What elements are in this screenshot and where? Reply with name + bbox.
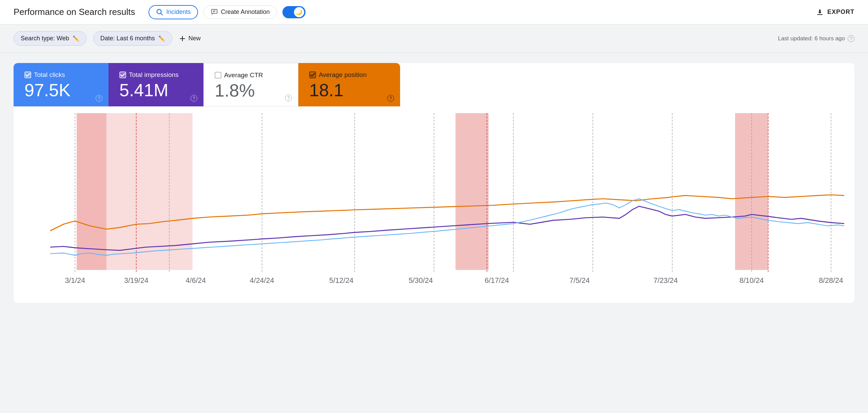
x-label-5: 5/12/24 [329, 277, 354, 285]
checkbox-ctr-icon [215, 72, 221, 79]
top-controls: Incidents Create Annotation 🌙 [149, 5, 305, 19]
metric-value-position: 18.1 [309, 81, 389, 99]
dark-mode-toggle[interactable]: 🌙 [282, 6, 305, 18]
date-filter[interactable]: Date: Last 6 months ✏️ [93, 31, 172, 46]
create-annotation-button[interactable]: Create Annotation [203, 5, 277, 19]
x-label-7: 6/17/24 [485, 277, 509, 285]
filter-bar: Search type: Web ✏️ Date: Last 6 months … [0, 24, 868, 53]
metric-label-row-clicks: Total clicks [24, 71, 98, 79]
x-label-10: 8/10/24 [739, 277, 764, 285]
x-label-1: 3/1/24 [65, 277, 85, 285]
download-icon [816, 8, 824, 16]
metric-label-row-impressions: Total impressions [119, 71, 193, 79]
checkbox-impressions-icon [119, 71, 126, 78]
metric-card-total-clicks[interactable]: Total clicks 97.5K ? [14, 63, 108, 106]
metric-help-impressions[interactable]: ? [191, 95, 197, 102]
metric-card-total-impressions[interactable]: Total impressions 5.41M ? [108, 63, 203, 106]
svg-line-1 [161, 13, 163, 15]
x-label-9: 7/23/24 [653, 277, 678, 285]
main-content: Total clicks 97.5K ? Total impression [0, 53, 868, 313]
metric-card-average-position[interactable]: Average position 18.1 ? [298, 63, 400, 106]
metric-label-position: Average position [319, 71, 367, 79]
page-title: Performance on Search results [14, 7, 135, 17]
svg-rect-2 [212, 9, 217, 13]
x-label-3: 4/6/24 [186, 277, 206, 285]
date-label: Date: Last 6 months [100, 35, 155, 42]
edit-search-type-icon: ✏️ [73, 35, 79, 42]
metric-card-average-ctr[interactable]: Average CTR 1.8% ? [203, 63, 298, 106]
x-label-8: 7/5/24 [570, 277, 590, 285]
metrics-and-chart: Total clicks 97.5K ? Total impression [14, 63, 854, 303]
incidents-button[interactable]: Incidents [149, 5, 198, 19]
metric-label-clicks: Total clicks [34, 71, 65, 79]
metric-value-impressions: 5.41M [119, 81, 193, 99]
create-annotation-label: Create Annotation [221, 8, 270, 16]
metric-help-clicks[interactable]: ? [96, 95, 102, 102]
top-bar: Performance on Search results Incidents … [0, 0, 868, 24]
chart-container: 3/1/24 3/19/24 4/6/24 4/24/24 5/12/24 5/… [14, 106, 854, 303]
metric-help-position[interactable]: ? [387, 95, 394, 102]
edit-date-icon: ✏️ [158, 35, 165, 42]
metric-help-ctr[interactable]: ? [285, 95, 292, 101]
search-type-filter[interactable]: Search type: Web ✏️ [14, 31, 86, 46]
checkbox-position-icon [309, 71, 316, 78]
export-label: EXPORT [827, 8, 854, 16]
svg-rect-10 [215, 72, 221, 78]
red-region-2 [455, 113, 489, 270]
last-updated-help-icon[interactable]: ? [848, 35, 854, 42]
red-region-1 [77, 113, 106, 270]
x-label-6: 5/30/24 [409, 277, 433, 285]
search-type-label: Search type: Web [21, 35, 69, 42]
incidents-label: Incidents [166, 8, 191, 16]
export-button[interactable]: EXPORT [816, 8, 854, 16]
metric-label-row-ctr: Average CTR [215, 71, 287, 79]
metric-label-impressions: Total impressions [129, 71, 179, 79]
metric-value-clicks: 97.5K [24, 81, 98, 99]
performance-chart[interactable]: 3/1/24 3/19/24 4/6/24 4/24/24 5/12/24 5/… [24, 113, 844, 296]
new-filter-button[interactable]: New [179, 35, 201, 42]
annotation-icon [211, 8, 218, 16]
x-label-2: 3/19/24 [124, 277, 149, 285]
metric-label-row-position: Average position [309, 71, 389, 79]
plus-icon [179, 35, 186, 42]
svg-rect-5 [817, 14, 823, 15]
toggle-knob: 🌙 [294, 7, 304, 17]
x-label-4: 4/24/24 [250, 277, 274, 285]
search-magnifier-icon [156, 8, 163, 16]
last-updated-text: Last updated: 6 hours ago [778, 35, 845, 42]
checkbox-clicks-icon [24, 71, 31, 78]
last-updated: Last updated: 6 hours ago ? [778, 35, 854, 42]
metric-label-ctr: Average CTR [224, 71, 263, 79]
metrics-row: Total clicks 97.5K ? Total impression [14, 63, 854, 106]
x-label-11: 8/28/24 [819, 277, 843, 285]
metric-value-ctr: 1.8% [215, 82, 287, 99]
new-label: New [189, 35, 201, 42]
